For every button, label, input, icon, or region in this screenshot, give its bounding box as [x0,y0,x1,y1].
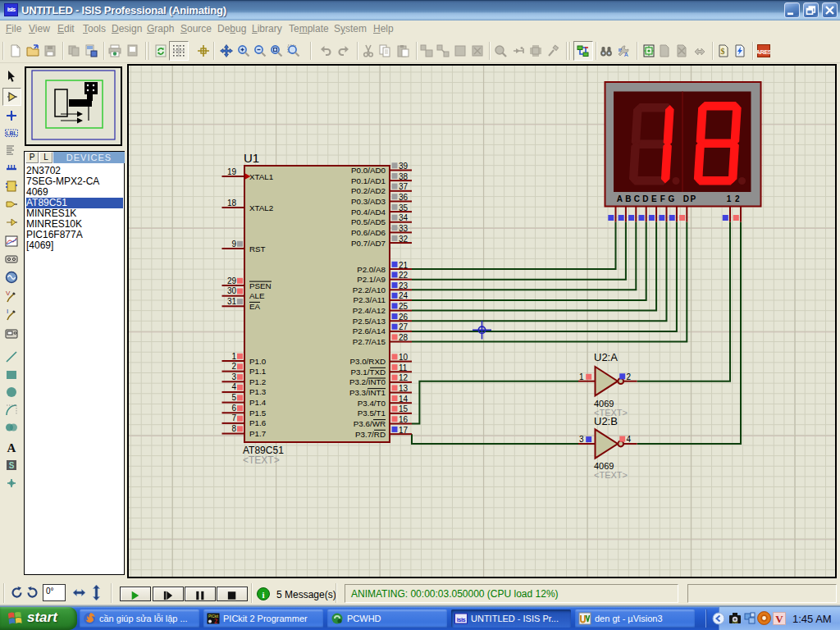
svg-text:1: 1 [231,352,236,361]
svg-text:17: 17 [399,426,409,435]
svg-text:P0.1/AD1: P0.1/AD1 [351,176,386,185]
svg-text:A: A [617,194,623,203]
svg-text:P3.7/RD: P3.7/RD [355,430,386,439]
svg-text:25: 25 [399,302,409,311]
svg-text:XTAL2: XTAL2 [249,203,273,212]
svg-text:5: 5 [231,393,236,402]
svg-text:P3.6/WR: P3.6/WR [354,419,386,428]
svg-text:6: 6 [231,404,236,413]
svg-text:P0.5/AD5: P0.5/AD5 [351,217,386,226]
svg-text:2: 2 [214,618,217,625]
svg-text:33: 33 [399,224,409,233]
svg-text:32: 32 [399,235,409,244]
svg-text:P3.3/INT1: P3.3/INT1 [349,388,386,397]
svg-text:U2:B: U2:B [594,415,618,427]
svg-text:16: 16 [399,415,409,424]
svg-text:18: 18 [227,199,237,208]
svg-text:14: 14 [399,395,409,404]
svg-text:EA: EA [249,302,261,311]
svg-text:A: A [624,52,628,57]
svg-text:P0.7/AD7: P0.7/AD7 [351,239,386,248]
svg-text:P1.6: P1.6 [249,418,267,427]
svg-text:F: F [660,194,665,203]
svg-text:G: G [668,194,674,203]
svg-text:36: 36 [399,193,409,202]
svg-text:P2.4/A12: P2.4/A12 [353,306,386,315]
svg-text:P0.0/AD0: P0.0/AD0 [351,166,386,175]
svg-text:isis: isis [457,616,466,623]
svg-text:P2.0/A8: P2.0/A8 [357,265,386,274]
svg-text:P1.2: P1.2 [249,377,266,386]
svg-text:C: C [634,194,640,203]
svg-text:38: 38 [399,172,409,181]
svg-text:3: 3 [579,435,584,444]
svg-text:30: 30 [227,286,237,295]
svg-text:1: 1 [727,194,732,203]
svg-text:<TEXT>: <TEXT> [594,470,628,480]
svg-text:P1.3: P1.3 [249,387,267,396]
svg-text:9: 9 [231,240,236,249]
svg-text:7: 7 [231,413,236,422]
svg-text:I: I [7,308,8,315]
svg-text:P3.0/RXD: P3.0/RXD [349,357,386,366]
svg-text:29: 29 [227,276,237,285]
svg-text:<TEXT>: <TEXT> [243,454,280,466]
svg-text:E: E [651,194,657,203]
svg-text:B: B [625,194,631,203]
svg-text:2: 2 [231,362,236,371]
svg-text:P0.4/AD4: P0.4/AD4 [351,208,386,217]
svg-text:12: 12 [399,373,409,382]
svg-text:4: 4 [627,435,632,444]
svg-text:P2.1/A9: P2.1/A9 [357,275,386,284]
svg-text:A: A [7,441,16,454]
svg-text:U2:A: U2:A [594,351,618,363]
svg-text:P0.6/AD6: P0.6/AD6 [351,228,386,237]
svg-text:i: i [262,590,264,600]
svg-text:LBL: LBL [6,130,17,136]
svg-text:P1.7: P1.7 [249,429,266,438]
svg-text:21: 21 [399,261,409,270]
svg-text:27: 27 [399,322,409,331]
svg-text:2: 2 [735,194,740,203]
svg-text:P1.4: P1.4 [249,398,267,407]
svg-text:ARES: ARES [757,48,770,56]
svg-text:31: 31 [227,297,237,306]
svg-text:P2.3/A11: P2.3/A11 [353,295,386,304]
svg-text:34: 34 [399,213,409,222]
svg-text:39: 39 [399,162,409,171]
svg-text:35: 35 [399,203,409,212]
svg-text:8: 8 [231,424,236,433]
svg-text:13: 13 [399,384,409,393]
svg-text:P1.5: P1.5 [249,409,267,418]
svg-text:P2.5/A13: P2.5/A13 [353,317,386,326]
svg-text:P0.3/AD3: P0.3/AD3 [351,197,386,206]
svg-text:1:01: 1:01 [733,621,738,624]
svg-text:P1.0: P1.0 [249,357,267,366]
svg-text:U1: U1 [244,151,259,165]
svg-text:P3.5/T1: P3.5/T1 [358,409,386,418]
svg-text:3: 3 [231,372,236,381]
svg-text:2: 2 [627,372,632,381]
svg-text:V: V [6,290,11,297]
svg-text:P0.2/AD2: P0.2/AD2 [351,186,386,195]
svg-text:ALE: ALE [249,291,265,300]
svg-text:23: 23 [399,281,409,290]
svg-text:$: $ [721,47,725,56]
svg-text:P1.1: P1.1 [249,367,266,376]
svg-text:P3.1/TXD: P3.1/TXD [351,368,386,377]
svg-text:D: D [642,194,648,203]
svg-text:28: 28 [399,333,409,342]
svg-text:P2.7/A15: P2.7/A15 [353,337,386,346]
svg-text:11: 11 [399,363,408,372]
svg-text:V: V [775,613,783,625]
svg-text:4: 4 [231,382,236,391]
svg-text:P3.2/INT0: P3.2/INT0 [349,377,386,386]
svg-text:S: S [9,461,15,470]
svg-text:P2.2/A10: P2.2/A10 [353,285,386,294]
svg-text:10: 10 [399,353,409,362]
svg-text:19: 19 [227,167,237,176]
svg-text:P3.4/T0: P3.4/T0 [358,399,386,408]
svg-text:1: 1 [579,372,584,381]
svg-text:PSEN: PSEN [249,281,272,290]
svg-text:DP: DP [683,194,697,203]
